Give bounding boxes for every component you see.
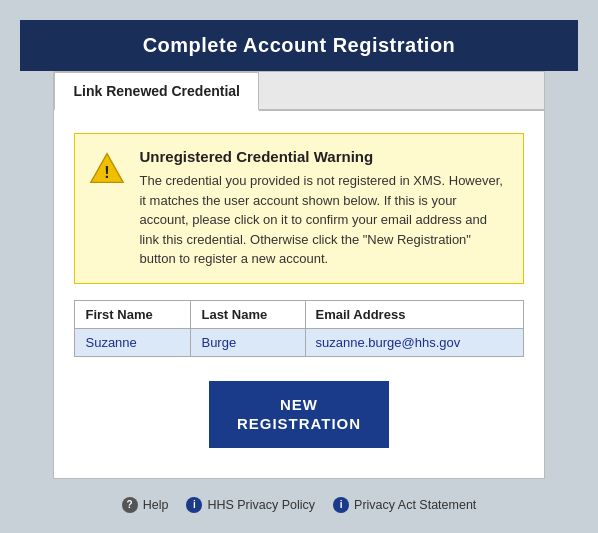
privacy-act-link[interactable]: i Privacy Act Statement [333, 497, 476, 513]
privacy-act-icon: i [333, 497, 349, 513]
cell-firstname[interactable]: Suzanne [75, 328, 191, 356]
col-header-lastname: Last Name [191, 300, 305, 328]
main-card: Link Renewed Credential ! Unregistered C… [53, 71, 544, 479]
cell-lastname[interactable]: Burge [191, 328, 305, 356]
tab-link-renewed-credential[interactable]: Link Renewed Credential [54, 72, 258, 111]
tab-bar: Link Renewed Credential [54, 72, 543, 111]
privacy-act-label: Privacy Act Statement [354, 498, 476, 512]
cell-email[interactable]: suzanne.burge@hhs.gov [305, 328, 523, 356]
help-link[interactable]: ? Help [122, 497, 169, 513]
warning-text-block: Unregistered Credential Warning The cred… [139, 148, 506, 269]
warning-icon: ! [89, 150, 125, 186]
warning-body: The credential you provided is not regis… [139, 171, 506, 269]
privacy-policy-icon: i [186, 497, 202, 513]
col-header-email: Email Address [305, 300, 523, 328]
page-container: Complete Account Registration Link Renew… [20, 20, 578, 533]
warning-title: Unregistered Credential Warning [139, 148, 506, 165]
help-label: Help [143, 498, 169, 512]
help-icon: ? [122, 497, 138, 513]
col-header-firstname: First Name [75, 300, 191, 328]
warning-box: ! Unregistered Credential Warning The cr… [74, 133, 523, 284]
table-row[interactable]: Suzanne Burge suzanne.burge@hhs.gov [75, 328, 523, 356]
page-title: Complete Account Registration [20, 20, 578, 71]
new-registration-button[interactable]: NEWREGISTRATION [209, 381, 389, 448]
footer-links: ? Help i HHS Privacy Policy i Privacy Ac… [122, 497, 477, 513]
svg-text:!: ! [105, 163, 110, 181]
data-table: First Name Last Name Email Address Suzan… [74, 300, 523, 357]
button-area: NEWREGISTRATION [54, 381, 543, 448]
table-header-row: First Name Last Name Email Address [75, 300, 523, 328]
privacy-policy-link[interactable]: i HHS Privacy Policy [186, 497, 315, 513]
privacy-policy-label: HHS Privacy Policy [207, 498, 315, 512]
